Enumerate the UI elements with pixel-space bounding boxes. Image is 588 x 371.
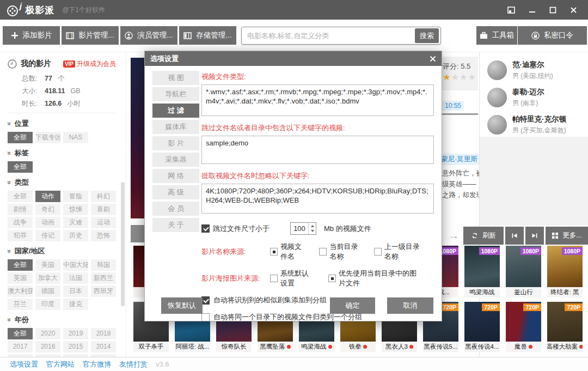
actor-link[interactable]: 蒙尼·莫里斯 .. [439, 154, 485, 165]
skip-previous-button[interactable] [505, 227, 524, 245]
dialog-close-icon[interactable] [430, 56, 436, 62]
radio-icon[interactable] [374, 248, 382, 256]
filter-chip[interactable]: 全部 [8, 259, 33, 271]
statusbar-link[interactable]: 选项设置 [10, 360, 38, 369]
filter-chip[interactable]: 芬兰 [8, 299, 33, 310]
poster-source-option[interactable]: 优先使用当前目录中的图片文件 [328, 269, 420, 288]
maximize-icon[interactable] [544, 3, 561, 17]
filter-chip[interactable]: 科幻 [91, 191, 116, 202]
filter-chip[interactable]: 历史 [63, 230, 88, 241]
movie-thumbnail[interactable]: 720P 高楼大劫案 [547, 302, 583, 352]
filter-chip[interactable]: 奇幻 [35, 204, 60, 215]
search-input[interactable] [242, 32, 415, 40]
filter-chip[interactable]: 英国 [8, 272, 33, 284]
filter-chip[interactable]: 喜剧 [91, 204, 116, 215]
poster-source-option[interactable]: 系统默认设置 [270, 269, 314, 288]
filter-chip[interactable]: 下载专区 [35, 132, 60, 143]
filter-chip[interactable]: 全部 [8, 132, 33, 143]
filter-chip[interactable]: 西班牙 [91, 285, 116, 297]
filter-chip[interactable]: 捷克 [63, 299, 88, 310]
spinner-down-icon[interactable] [309, 229, 316, 235]
dialog-tab[interactable]: 媒体库 [152, 120, 199, 134]
cancel-button[interactable]: 取消 [387, 297, 433, 314]
filter-chip[interactable]: 2014 [91, 341, 116, 352]
statusbar-link[interactable]: 官方微博 [83, 360, 111, 369]
duration-badge[interactable]: 10:55 [442, 101, 464, 111]
size-spinner-input[interactable] [291, 223, 308, 234]
secret-code-button[interactable]: 私密口令 [518, 26, 587, 45]
auto-group-folder-checkbox[interactable] [201, 313, 210, 321]
filter-chip[interactable]: 战争 [8, 217, 33, 228]
filter-chip[interactable]: 法国 [63, 272, 88, 284]
filter-chip[interactable]: NAS [63, 132, 88, 143]
dialog-tab[interactable]: 关 于 [152, 218, 199, 232]
dialog-tab[interactable]: 采集器 [152, 153, 199, 167]
radio-icon[interactable] [319, 248, 327, 256]
name-source-option[interactable]: 上一级目录名称 [374, 242, 420, 261]
dialog-tab[interactable]: 视 图 [152, 71, 199, 85]
movie-thumbnail[interactable]: 1080P 终结者: 黑 [547, 246, 583, 297]
add-movie-button[interactable]: 添加影片 [3, 26, 60, 45]
spinner-up-icon[interactable] [309, 223, 316, 229]
name-source-option[interactable]: 视频文件名 [270, 242, 305, 261]
chevron-double-down-icon[interactable]: » [5, 122, 13, 126]
filter-chip[interactable]: 韩国 [91, 259, 116, 271]
filter-chip[interactable]: 新西兰 [91, 272, 116, 284]
dialog-tab[interactable]: 导航栏 [152, 87, 199, 101]
ignore-keywords-textarea[interactable]: 4K;1080P;720P;480P;360P;x264;HDTV;KORSUB… [201, 184, 434, 214]
filter-chip[interactable]: 运动 [91, 217, 116, 228]
refresh-button[interactable]: 刷新 [463, 227, 504, 245]
chevron-double-down-icon[interactable]: » [5, 250, 13, 253]
skip-keywords-textarea[interactable]: sample;demo [201, 136, 434, 164]
movie-thumbnail[interactable]: 720P 魔兽 [506, 302, 541, 352]
filter-chip[interactable]: 加拿大 [35, 272, 60, 284]
dialog-tab[interactable]: 过 滤 [152, 104, 199, 118]
filter-chip[interactable]: 惊悚 [63, 204, 88, 215]
filter-chip[interactable]: 2015 [63, 341, 88, 352]
actor-management-button[interactable]: 演员管理... [120, 26, 177, 45]
upgrade-vip-link[interactable]: VIP 升级成为会员 [63, 59, 116, 69]
filter-chip[interactable]: 剧情 [8, 204, 33, 215]
dialog-tab[interactable]: 高 级 [152, 185, 199, 199]
skip-next-button[interactable] [525, 227, 544, 245]
statusbar-link[interactable]: 官方网站 [46, 360, 75, 369]
radio-icon[interactable] [270, 275, 278, 282]
movie-thumbnail[interactable]: 1080P 釜山行 [506, 246, 541, 297]
movie-thumbnail[interactable]: 1080P 鸣梁海战 [464, 246, 500, 297]
filter-chip[interactable]: 澳大利亚 [8, 285, 33, 297]
filter-chip[interactable]: 日本 [63, 285, 88, 297]
name-source-option[interactable]: 当前目录名称 [319, 242, 359, 261]
radio-icon[interactable] [328, 275, 336, 282]
chevron-double-down-icon[interactable]: » [5, 318, 13, 322]
dialog-tab[interactable]: 会 员 [152, 202, 199, 216]
filter-chip[interactable]: 犯罪 [8, 230, 33, 241]
ok-button[interactable]: 确定 [330, 297, 375, 314]
search-button[interactable]: 搜索 [415, 28, 439, 43]
more-button[interactable]: 更多... [546, 227, 588, 245]
filter-chip[interactable]: 灾难 [63, 217, 88, 228]
filter-chip[interactable]: 动作 [35, 191, 60, 202]
dialog-tab[interactable]: 影 片 [152, 136, 199, 150]
statusbar-link[interactable]: 友情打赏 [119, 360, 148, 369]
filter-chip[interactable]: 冒险 [63, 191, 88, 202]
toolbox-button[interactable]: 工具箱 [476, 26, 517, 45]
sidebar-scrollbar[interactable] [121, 182, 125, 306]
chevron-double-down-icon[interactable]: » [5, 151, 13, 155]
minimize-icon[interactable] [524, 3, 540, 17]
chevron-double-down-icon[interactable]: » [5, 181, 13, 185]
filter-chip[interactable]: 2018 [91, 328, 116, 339]
dialog-tab[interactable]: 网 络 [152, 169, 199, 183]
actor-list-item[interactable]: 范·迪塞尔 男 (美国,纽约) [480, 57, 588, 84]
filter-chip[interactable]: 2017 [8, 341, 33, 352]
close-icon[interactable] [565, 3, 581, 17]
restore-defaults-button[interactable]: 恢复默认 [161, 297, 203, 314]
filter-chip[interactable]: 全部 [8, 161, 33, 173]
storage-management-button[interactable]: 存储管理... [179, 26, 236, 45]
layout-icon[interactable] [503, 3, 519, 17]
filter-chip[interactable]: 传记 [35, 230, 60, 241]
filter-chip[interactable]: 美国 [35, 259, 60, 271]
filter-chip[interactable]: 恐怖 [91, 230, 116, 241]
filter-chip[interactable]: 印度 [35, 299, 60, 310]
actor-list-item[interactable]: 泰勒·迈尔 男 (南非) [480, 84, 588, 111]
auto-group-similar-checkbox[interactable] [201, 296, 210, 305]
